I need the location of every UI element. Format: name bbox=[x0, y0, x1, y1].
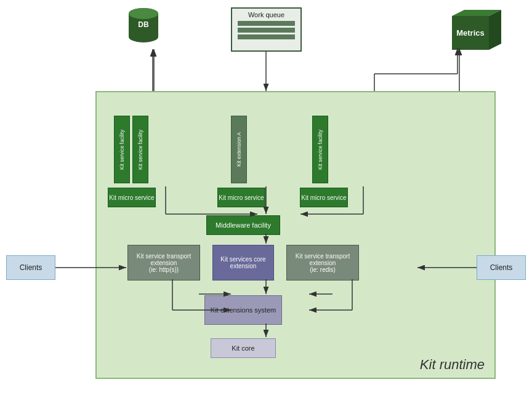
middleware-box: Middleware facility bbox=[206, 215, 280, 235]
work-queue-label: Work queue bbox=[248, 11, 284, 18]
svg-point-3 bbox=[129, 8, 158, 19]
transport-left-box: Kit service transport extension(ie: http… bbox=[127, 245, 200, 281]
transport-right-box: Kit service transport extension(ie: redi… bbox=[286, 245, 359, 281]
svg-point-2 bbox=[129, 31, 158, 42]
svg-text:Metrics: Metrics bbox=[456, 28, 485, 38]
facility-box-3: Kit extension A bbox=[231, 116, 247, 183]
db-icon: DB bbox=[126, 7, 160, 44]
facility-box-4: Kit service facility bbox=[312, 116, 328, 183]
kit-core-box: Kit core bbox=[211, 338, 276, 358]
core-ext-box: Kit services core extension bbox=[212, 245, 274, 281]
runtime-label: Kit runtime bbox=[420, 357, 485, 373]
facility-box-1: Kit service facility bbox=[114, 116, 130, 183]
clients-left-box: Clients bbox=[6, 255, 55, 280]
clients-right-box: Clients bbox=[477, 255, 526, 280]
micro-service-2: Kit micro service bbox=[217, 188, 265, 207]
micro-service-1: Kit micro service bbox=[108, 188, 156, 207]
metrics-box: Metrics bbox=[440, 10, 494, 47]
facility-box-2: Kit service facility bbox=[132, 116, 148, 183]
micro-service-3: Kit micro service bbox=[300, 188, 348, 207]
work-queue-box: Work queue bbox=[231, 7, 302, 52]
ext-system-box: Kit extensions system bbox=[204, 295, 282, 325]
diagram-container: DB Work queue Metrics Kit runtime Kit se… bbox=[0, 0, 532, 398]
svg-marker-6 bbox=[489, 10, 501, 50]
svg-text:DB: DB bbox=[138, 20, 149, 29]
runtime-container: Kit runtime Kit service facility Kit ser… bbox=[95, 91, 496, 379]
